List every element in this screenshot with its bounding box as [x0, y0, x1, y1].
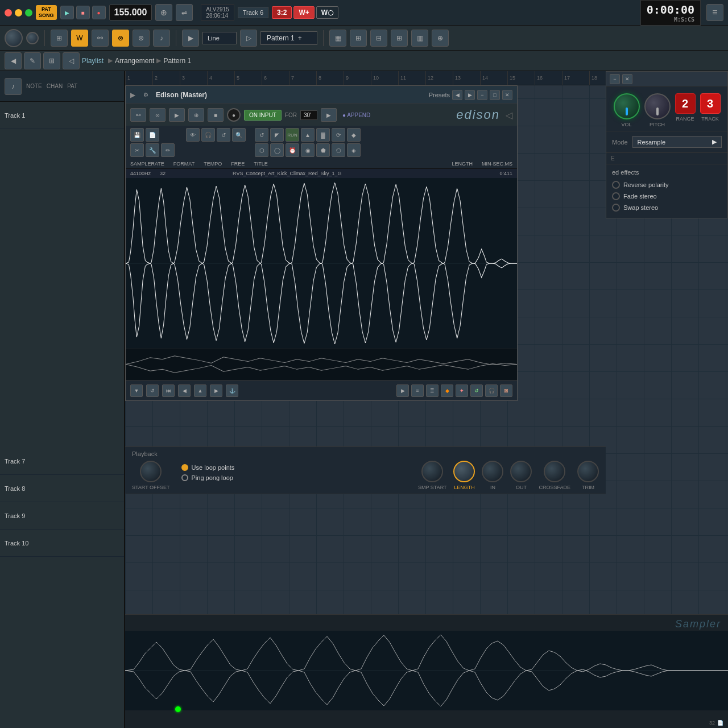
transport-menu-icon[interactable]: ▼ [130, 384, 143, 397]
edison-expand-icon[interactable]: ▶ [130, 91, 135, 99]
link-btn[interactable]: ⚯ [130, 108, 146, 122]
reverse-icon[interactable]: ↺ [255, 128, 268, 142]
wrench-icon[interactable]: 🔧 [146, 143, 159, 157]
edison-gear-icon[interactable]: ⚙ [139, 88, 152, 102]
cut-icon[interactable]: ✂ [130, 143, 144, 157]
zoom-icon[interactable]: 🔍 [232, 128, 246, 142]
master-volume-knob[interactable] [5, 29, 23, 47]
sampler-close-btn[interactable]: ✕ [622, 74, 632, 84]
reverse-polarity-radio[interactable] [612, 181, 620, 189]
edison-minimize-button[interactable]: − [477, 90, 487, 100]
edison-float-button[interactable]: □ [490, 90, 500, 100]
in-knob[interactable] [482, 461, 503, 482]
connect-icon[interactable]: ⚯ [92, 30, 109, 47]
playlist-pattern[interactable]: Pattern 1 [163, 57, 191, 65]
mic-icon[interactable]: ♪ [153, 30, 170, 47]
pattern-selector[interactable]: Pattern 1 + [260, 31, 317, 45]
start-offset-knob[interactable] [140, 461, 162, 482]
close-button[interactable] [5, 9, 12, 16]
transport-step-back-icon[interactable]: ◀ [178, 384, 191, 397]
fullscreen-button[interactable] [25, 9, 32, 16]
play-btn[interactable]: ▶ [169, 108, 185, 122]
playlist-back-icon[interactable]: ◀ [5, 52, 22, 69]
plugin-icon[interactable]: ⊛ [133, 30, 150, 47]
fade-stereo-radio[interactable] [612, 192, 620, 200]
run-icon[interactable]: RUN [286, 128, 299, 142]
effect-reverse-polarity[interactable]: Reverse polarity [612, 179, 722, 191]
snap-icon[interactable]: ⊕ [155, 4, 172, 21]
pattern-add-icon[interactable]: + [298, 34, 302, 42]
loop-btn[interactable]: ∞ [150, 108, 166, 122]
fx-icon[interactable]: ⊞ [350, 30, 367, 47]
out-knob[interactable] [510, 461, 532, 482]
for-value[interactable]: 30' [300, 110, 317, 120]
drop-icon[interactable]: ◉ [301, 143, 315, 157]
trim-knob[interactable] [577, 461, 599, 482]
record-button[interactable]: ● [92, 6, 106, 19]
pat-song-toggle[interactable]: PAT SONG [36, 5, 57, 20]
lp-track-9[interactable]: Track 9 [0, 502, 124, 530]
swap-stereo-radio[interactable] [612, 204, 620, 212]
range-badge[interactable]: 2 [675, 93, 696, 114]
use-loop-radio[interactable] [181, 464, 188, 471]
pencil2-icon[interactable]: ✏ [161, 143, 175, 157]
transport-star-icon[interactable]: ✦ [456, 384, 468, 397]
ping-pong-option[interactable]: Ping pong loop [181, 474, 235, 481]
play-button[interactable]: ▶ [60, 6, 74, 19]
effect-fade-stereo[interactable]: Fade stereo [612, 191, 722, 202]
wave-icon[interactable]: ▓ [316, 128, 330, 142]
lp-track-7[interactable]: Track 7 [0, 448, 124, 475]
new-icon[interactable]: 📄 [146, 128, 159, 142]
eye-icon[interactable]: 👁 [186, 128, 200, 142]
mode-selector[interactable]: Resample ▶ [632, 136, 722, 148]
smp-start-knob[interactable] [421, 461, 443, 482]
vol-knob[interactable] [614, 93, 640, 119]
effect-swap-stereo[interactable]: Swap stereo [612, 202, 722, 213]
presets-next-button[interactable]: ▶ [465, 90, 475, 100]
channel-icon[interactable]: ⊟ [370, 30, 387, 47]
master-pitch-knob[interactable] [26, 32, 39, 44]
playlist-arrangement[interactable]: Arrangement [115, 57, 154, 65]
sync-icon[interactable]: ⟳ [332, 128, 345, 142]
pattern2-icon[interactable]: ⊞ [391, 30, 408, 47]
mixer-icon[interactable]: ▦ [329, 30, 346, 47]
length-knob[interactable] [453, 461, 475, 482]
bpm-display[interactable]: 155.000 [109, 5, 152, 20]
waveform-mini[interactable] [126, 349, 517, 380]
ping-pong-radio[interactable] [181, 474, 188, 481]
warp-icon[interactable]: ▲ [301, 128, 315, 142]
transport-loop3-icon[interactable]: ↺ [470, 384, 483, 397]
stop-btn[interactable]: ■ [208, 108, 224, 122]
on-input-button[interactable]: ON INPUT [244, 110, 282, 121]
transport-list-icon[interactable]: ≡ [411, 384, 424, 397]
stop-button[interactable]: ■ [76, 6, 90, 19]
misc-icon[interactable]: ◈ [347, 143, 361, 157]
transport-skip-start-icon[interactable]: ⏮ [162, 384, 175, 397]
fan-btn[interactable]: ⊕ [188, 108, 204, 122]
edison-close-button[interactable]: ✕ [502, 90, 512, 100]
lp-track-8[interactable]: Track 8 [0, 475, 124, 502]
waveform-main[interactable] [126, 178, 517, 349]
transport-step-fwd-icon[interactable]: ▶ [210, 384, 222, 397]
transport-marker2-icon[interactable]: ◆ [441, 384, 453, 397]
transport-marker-icon[interactable]: ▲ [194, 384, 206, 397]
crossfade-knob[interactable] [544, 461, 565, 482]
beat-btn-w0[interactable]: W◌ [316, 6, 338, 19]
settings-icon[interactable]: ≡ [706, 4, 723, 21]
stamp-icon[interactable]: ⬠ [332, 143, 345, 157]
morph-icon[interactable]: ◆ [347, 128, 361, 142]
line-selector[interactable]: Line [202, 32, 237, 44]
save-icon[interactable]: 💾 [130, 128, 144, 142]
lp-track-1[interactable]: Track 1 [0, 102, 124, 129]
presets-prev-button[interactable]: ◀ [452, 90, 462, 100]
use-loop-points-option[interactable]: Use loop points [181, 464, 235, 471]
arrow-right-icon[interactable]: ▶ [182, 30, 199, 47]
transport-headphone2-icon[interactable]: 🎧 [485, 384, 498, 397]
transport-undo-icon[interactable]: ↺ [146, 384, 159, 397]
trim2-icon[interactable]: ◤ [270, 128, 284, 142]
transport-anchor-icon[interactable]: ⚓ [226, 384, 238, 397]
transport-export-icon[interactable]: ▶ [396, 384, 409, 397]
beat-btn-32[interactable]: 3:2 [272, 6, 292, 19]
loop2-icon[interactable]: ↺ [217, 128, 230, 142]
for-arrow-icon[interactable]: ▶ [321, 108, 337, 122]
